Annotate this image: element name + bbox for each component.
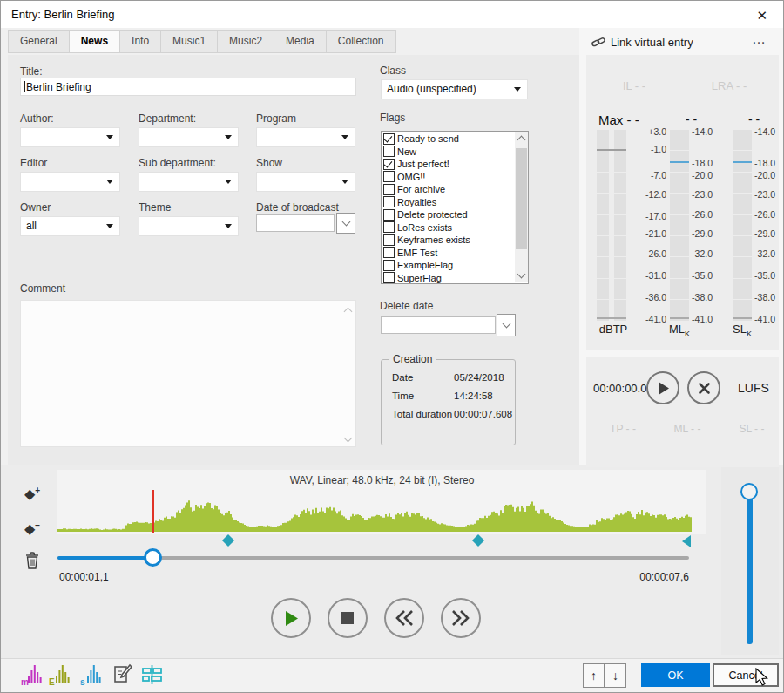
- flags-scrollbar[interactable]: [515, 132, 528, 282]
- lufs-cancel-button[interactable]: [687, 371, 720, 404]
- chevron-down-icon: [106, 224, 113, 228]
- tab-music1[interactable]: Music1: [160, 30, 218, 53]
- dropdown-theme[interactable]: [139, 216, 239, 236]
- flag-item-delete-protected[interactable]: Delete protected: [382, 208, 512, 221]
- waveform-m-icon[interactable]: m: [20, 662, 44, 688]
- ok-button[interactable]: OK: [641, 663, 710, 687]
- flag-item-royalties[interactable]: Royalties: [382, 196, 512, 209]
- lufs-play-button[interactable]: [646, 371, 679, 404]
- dropdown-program[interactable]: [256, 127, 355, 147]
- play-button[interactable]: [271, 598, 311, 638]
- flags-label: Flags: [380, 112, 405, 124]
- delete-marker-button[interactable]: [24, 550, 41, 571]
- chevron-down-icon: [225, 224, 232, 228]
- flag-item-lores-exists[interactable]: LoRes exists: [382, 221, 512, 234]
- checkbox[interactable]: [383, 247, 395, 258]
- field-date-of-broadcast[interactable]: [256, 214, 335, 232]
- previous-entry-button[interactable]: ↑: [583, 663, 605, 688]
- checkbox[interactable]: [383, 260, 395, 271]
- lufs-stat-ml: ML - -: [666, 423, 708, 435]
- tab-music2[interactable]: Music2: [217, 30, 274, 53]
- meter-name-dbtp: dBTP: [590, 323, 637, 336]
- meter-scale-label: -20.0: [678, 170, 713, 180]
- rewind-button[interactable]: [384, 598, 424, 638]
- flag-item-just-perfect[interactable]: Just perfect!: [382, 158, 512, 171]
- timeline-end-marker[interactable]: [682, 535, 691, 547]
- stop-button[interactable]: [328, 598, 368, 638]
- meter-bar: [597, 130, 609, 322]
- waveform-e-icon[interactable]: E: [48, 662, 72, 688]
- class-label: Class: [380, 65, 406, 77]
- dropdown-author[interactable]: [20, 127, 120, 147]
- checkbox[interactable]: [383, 221, 395, 233]
- scroll-up-icon[interactable]: [344, 308, 353, 316]
- remove-marker-button[interactable]: ◆−: [24, 520, 40, 535]
- title-input-value: Berlin Briefing: [26, 81, 91, 93]
- checkbox[interactable]: [383, 159, 395, 170]
- comment-textarea[interactable]: [20, 300, 356, 447]
- tab-info[interactable]: Info: [119, 30, 161, 53]
- waveform-panel[interactable]: WAV, Linear; 48.0 kHz, 24 bit (I), Stere…: [57, 470, 706, 534]
- delete-date-calendar-button[interactable]: [497, 314, 516, 336]
- close-icon[interactable]: ✕: [753, 6, 771, 25]
- more-menu-icon[interactable]: …: [748, 30, 770, 49]
- volume-slider-track[interactable]: [747, 496, 753, 644]
- next-entry-button[interactable]: ↓: [605, 663, 626, 688]
- flag-item-superflag[interactable]: SuperFlag: [382, 272, 512, 285]
- tab-general[interactable]: General: [8, 30, 70, 53]
- forward-button[interactable]: [441, 598, 481, 638]
- flag-item-keyframes-exists[interactable]: Keyframes exists: [382, 234, 512, 247]
- meter-scale-label: -26.0: [740, 209, 775, 220]
- scroll-down-icon[interactable]: [344, 434, 353, 443]
- meter-scale-label: -26.0: [632, 248, 666, 259]
- waveform-s-icon[interactable]: s: [79, 662, 104, 688]
- creation-row-time: Time14:24:58: [392, 391, 493, 401]
- creation-title: Creation: [389, 353, 436, 365]
- lra-readout: LRA - -: [694, 79, 764, 92]
- seek-slider-handle[interactable]: [144, 548, 162, 567]
- flag-item-exampleflag[interactable]: ExampleFlag: [382, 259, 512, 272]
- dropdown-owner[interactable]: all: [20, 216, 120, 236]
- link-icon: [591, 36, 605, 49]
- creation-row-total-duration: Total duration00:00:07.608: [392, 409, 512, 419]
- flag-item-omg[interactable]: OMG!!: [382, 171, 512, 184]
- chevron-down-icon: [341, 180, 348, 184]
- checkbox[interactable]: [383, 133, 395, 145]
- checkbox[interactable]: [383, 209, 395, 221]
- playhead-marker[interactable]: [152, 490, 154, 533]
- flag-item-ready-to-send[interactable]: Ready to send: [382, 132, 512, 146]
- tab-media[interactable]: Media: [274, 30, 327, 53]
- volume-slider-handle[interactable]: [740, 483, 758, 500]
- checkbox[interactable]: [383, 146, 395, 157]
- tab-news[interactable]: News: [69, 30, 120, 53]
- checkbox[interactable]: [383, 234, 395, 246]
- dropdown-department[interactable]: [139, 127, 239, 147]
- scroll-up-icon[interactable]: [515, 132, 528, 145]
- scrollbar-thumb[interactable]: [516, 148, 527, 249]
- link-virtual-entry-title: Link virtual entry: [611, 36, 693, 49]
- il-readout: IL - -: [599, 79, 669, 92]
- checkbox[interactable]: [383, 196, 395, 207]
- field-date-of-broadcast-calendar-button[interactable]: [336, 213, 355, 234]
- tab-collection[interactable]: Collection: [326, 30, 396, 53]
- checkbox[interactable]: [383, 272, 395, 283]
- edit-document-icon[interactable]: [111, 662, 135, 688]
- add-marker-button[interactable]: ◆+: [24, 485, 40, 500]
- wave-glyph: s: [79, 662, 104, 688]
- delete-date-field[interactable]: [381, 316, 496, 334]
- check-mark-icon: [384, 159, 393, 167]
- scroll-down-icon[interactable]: [515, 268, 528, 282]
- checkbox[interactable]: [383, 184, 395, 195]
- dropdown-value: all: [26, 220, 37, 232]
- dropdown-sub-department[interactable]: [139, 172, 239, 192]
- flag-item-new[interactable]: New: [382, 146, 512, 159]
- layout-blocks-icon[interactable]: [140, 662, 165, 688]
- title-input[interactable]: Berlin Briefing: [20, 78, 356, 96]
- flag-item-emf-test[interactable]: EMF Test: [382, 247, 512, 260]
- flag-item-for-archive[interactable]: For archive: [382, 183, 512, 196]
- checkbox[interactable]: [383, 171, 395, 182]
- dropdown-editor[interactable]: [20, 172, 120, 192]
- class-dropdown[interactable]: Audio (unspecified): [381, 79, 528, 99]
- dropdown-show[interactable]: [256, 172, 355, 192]
- flags-rows: Ready to sendNewJust perfect!OMG!!For ar…: [382, 132, 512, 284]
